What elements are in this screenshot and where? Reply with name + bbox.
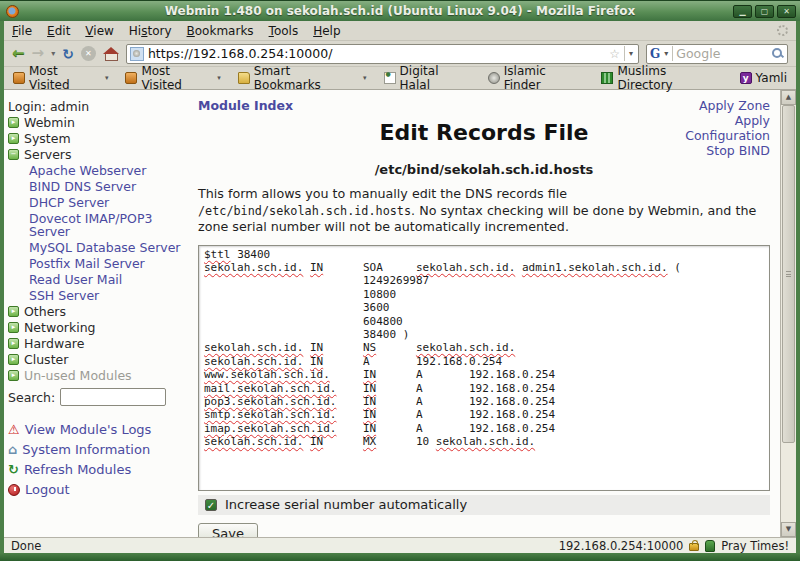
module-link[interactable]: DHCP Server (29, 196, 109, 209)
sidebar-category-hardware[interactable]: ▸Hardware (8, 337, 186, 350)
sidebar-category-networking[interactable]: ▸Networking (8, 321, 186, 334)
module-link[interactable]: Dovecot IMAP/POP3 Server (29, 212, 186, 238)
bookmark-label: Digital Halal (400, 64, 471, 92)
collapse-icon[interactable]: − (8, 149, 19, 160)
reload-button[interactable]: ↻ (62, 46, 74, 62)
module-search-input[interactable] (60, 388, 166, 406)
sidebar-category-un-used-modules[interactable]: ▸Un-used Modules (8, 369, 186, 382)
bookmark-label: Islamic Finder (504, 64, 585, 92)
sidebar-category-cluster[interactable]: ▸Cluster (8, 353, 186, 366)
scrollbar-track[interactable] (781, 443, 796, 522)
scroll-down-button[interactable]: ▼ (781, 522, 796, 537)
web-search-input[interactable] (676, 46, 768, 61)
sidebar-module-read-user-mail[interactable]: Read User Mail (8, 273, 186, 286)
bookmark-muslims-directory[interactable]: Muslims Directory (601, 64, 722, 92)
sidebar-link-refresh-modules[interactable]: ↻Refresh Modules (8, 463, 186, 476)
sidebar-module-dhcp-server[interactable]: DHCP Server (8, 196, 186, 209)
url-input[interactable] (148, 46, 605, 61)
sidebar-module-apache-webserver[interactable]: Apache Webserver (8, 164, 186, 177)
sidebar-link-view-module-s-logs[interactable]: ⚠View Module's Logs (8, 423, 186, 436)
module-link[interactable]: Postfix Mail Server (29, 257, 145, 270)
category-label: Un-used Modules (24, 369, 132, 382)
history-dropdown-icon[interactable]: ▾ (51, 49, 55, 58)
expand-icon[interactable]: ▸ (8, 133, 19, 144)
sidebar-category-system[interactable]: ▸System (8, 132, 186, 145)
bookmark-label: Most Visited (141, 64, 212, 92)
menu-tools[interactable]: Tools (269, 24, 299, 38)
module-link[interactable]: Read User Mail (29, 273, 122, 286)
sidebar-link-logout[interactable]: Logout (8, 483, 186, 496)
system-information-link[interactable]: System Information (22, 443, 150, 456)
serial-number-option-row: ✓ Increase serial number automatically (198, 495, 770, 515)
expand-icon[interactable]: ▸ (8, 322, 19, 333)
scroll-up-button[interactable]: ▲ (781, 90, 796, 105)
menu-file[interactable]: File (12, 24, 32, 38)
warning-icon: ⚠ (8, 424, 20, 436)
action-apply-zone[interactable]: Apply Zone (685, 98, 770, 113)
google-engine-icon[interactable]: G (650, 47, 660, 61)
module-link[interactable]: SSH Server (29, 289, 99, 302)
back-button[interactable]: ← (12, 46, 25, 61)
bookmark-most-visited[interactable]: Most Visited▾ (13, 64, 108, 92)
sidebar-category-webmin[interactable]: ▸Webmin (8, 116, 186, 129)
menu-view[interactable]: View (85, 24, 113, 38)
sidebar-link-system-information[interactable]: ⌂System Information (8, 443, 186, 456)
maximize-button[interactable]: ▢ (755, 5, 774, 18)
expand-icon[interactable]: ▸ (8, 117, 19, 128)
bookmark-islamic-finder[interactable]: Islamic Finder (488, 64, 585, 92)
action-stop-bind[interactable]: Stop BIND (685, 143, 770, 158)
menu-bar: FileEditViewHistoryBookmarksToolsHelp (4, 21, 796, 41)
search-bar[interactable]: G ▾ (646, 44, 788, 64)
forward-button[interactable]: → (32, 46, 45, 61)
stop-button[interactable]: ✕ (81, 46, 96, 61)
engine-dropdown-icon[interactable]: ▾ (663, 46, 673, 61)
expand-icon[interactable]: ▸ (8, 306, 19, 317)
menu-edit[interactable]: Edit (47, 24, 70, 38)
action-apply[interactable]: Apply (685, 113, 770, 128)
pray-times-icon[interactable] (705, 540, 715, 552)
menu-bookmarks[interactable]: Bookmarks (187, 24, 254, 38)
bookmark-most-visited[interactable]: Most Visited▾ (125, 64, 220, 92)
sidebar-module-dovecot-imap-pop3-server[interactable]: Dovecot IMAP/POP3 Server (8, 212, 186, 238)
module-index-link[interactable]: Module Index (198, 98, 293, 113)
minimize-button[interactable]: ▁ (733, 5, 752, 18)
home-button[interactable] (103, 47, 119, 60)
module-link[interactable]: Apache Webserver (29, 164, 146, 177)
module-link[interactable]: MySQL Database Server (29, 241, 181, 254)
sidebar-module-postfix-mail-server[interactable]: Postfix Mail Server (8, 257, 186, 270)
menu-history[interactable]: History (129, 24, 172, 38)
vertical-scrollbar[interactable]: ▲ ▼ (780, 90, 796, 537)
bookmark-yamli[interactable]: yYamli (740, 71, 787, 85)
bookmark-digital-halal[interactable]: Digital Halal (384, 64, 471, 92)
increase-serial-checkbox[interactable]: ✓ (205, 499, 217, 511)
logout-link[interactable]: Logout (25, 483, 70, 496)
refresh-modules-link[interactable]: Refresh Modules (24, 463, 131, 476)
records-textarea[interactable]: $ttl 38400 sekolah.sch.id. IN SOA sekola… (198, 245, 770, 491)
expand-icon[interactable]: ▸ (8, 338, 19, 349)
view-module-s-logs-link[interactable]: View Module's Logs (25, 423, 152, 436)
ssl-lock-icon[interactable] (689, 543, 699, 551)
menu-help[interactable]: Help (313, 24, 340, 38)
status-bar: Done 192.168.0.254:10000 Pray Times! (4, 537, 796, 553)
search-icon[interactable] (771, 47, 784, 60)
url-dropdown-icon[interactable]: ▾ (624, 46, 635, 61)
sidebar-module-mysql-database-server[interactable]: MySQL Database Server (8, 241, 186, 254)
bookmark-label: Most Visited (29, 64, 100, 92)
scrollbar-thumb[interactable] (782, 105, 795, 443)
action-configuration[interactable]: Configuration (685, 128, 770, 143)
close-button[interactable]: ✕ (777, 5, 796, 18)
sidebar-category-others[interactable]: ▸Others (8, 305, 186, 318)
expand-icon[interactable]: ▸ (8, 354, 19, 365)
sidebar-module-ssh-server[interactable]: SSH Server (8, 289, 186, 302)
category-label: Servers (24, 148, 72, 161)
expand-icon[interactable]: ▸ (8, 370, 19, 381)
pray-times-label[interactable]: Pray Times! (721, 539, 789, 553)
bookmark-smart-bookmarks[interactable]: Smart Bookmarks▾ (238, 64, 367, 92)
sidebar-category-servers[interactable]: −Servers (8, 148, 186, 161)
module-link[interactable]: BIND DNS Server (29, 180, 136, 193)
save-button[interactable]: Save (198, 523, 258, 538)
bookmark-star-icon[interactable]: ☆ (609, 47, 620, 61)
url-bar[interactable]: ☆ ▾ (126, 44, 639, 64)
sidebar-module-bind-dns-server[interactable]: BIND DNS Server (8, 180, 186, 193)
main-content: Module Index Apply ZoneApplyConfiguratio… (186, 90, 780, 537)
